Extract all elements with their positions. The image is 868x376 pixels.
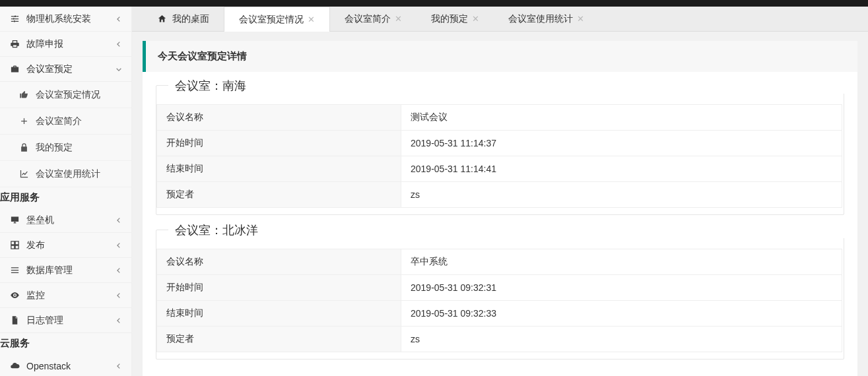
sub-nav-item-3[interactable]: 会议室使用统计	[0, 161, 131, 187]
nav-label: 数据库管理	[26, 265, 73, 276]
chevron-down-icon	[116, 66, 122, 73]
sub-nav-item-1[interactable]: 会议室简介	[0, 108, 131, 135]
row-key: 开始时间	[157, 275, 401, 301]
tab-label: 会议室简介	[345, 13, 391, 25]
nav-item-top-0[interactable]: 物理机系统安装	[0, 7, 131, 32]
table-row: 会议名称卒中系统	[157, 249, 842, 275]
section-title-apps: 应用服务	[0, 187, 131, 208]
sliders-icon	[9, 14, 20, 24]
row-key: 结束时间	[157, 301, 401, 327]
room-fieldset-0: 会议室：南海会议名称测试会议开始时间2019-05-31 11:14:37结束时…	[156, 85, 844, 215]
sub-nav-label: 我的预定	[36, 142, 73, 154]
row-value: 2019-05-31 09:32:33	[401, 301, 842, 327]
close-icon[interactable]: ✕	[577, 14, 584, 24]
row-key: 会议名称	[157, 249, 401, 275]
nav-item-apps-2[interactable]: 数据库管理	[0, 258, 131, 283]
sub-nav-label: 会议室使用统计	[36, 168, 100, 180]
row-key: 预定者	[157, 327, 401, 352]
nav-label: 日志管理	[26, 315, 63, 327]
room-table: 会议名称卒中系统开始时间2019-05-31 09:32:31结束时间2019-…	[156, 249, 842, 352]
row-value: 2019-05-31 09:32:31	[401, 275, 842, 301]
room-fieldset-1: 会议室：北冰洋会议名称卒中系统开始时间2019-05-31 09:32:31结束…	[156, 230, 844, 360]
content-area: 我的桌面会议室预定情况✕会议室简介✕我的预定✕会议室使用统计✕ 今天会议室预定详…	[132, 7, 868, 376]
row-key: 结束时间	[157, 156, 401, 182]
table-row: 开始时间2019-05-31 11:14:37	[157, 131, 842, 156]
nav-label: 监控	[26, 290, 45, 301]
row-value: 2019-05-31 11:14:37	[401, 131, 842, 156]
list-icon	[9, 265, 20, 275]
nav-label: 会议室预定	[26, 63, 73, 75]
nav-item-apps-1[interactable]: 发布	[0, 233, 131, 258]
table-row: 结束时间2019-05-31 11:14:41	[157, 156, 842, 182]
file-icon	[9, 315, 20, 325]
nav-label: 发布	[26, 239, 45, 251]
chart-icon	[18, 169, 29, 179]
topbar	[0, 0, 868, 7]
room-legend: 会议室：北冰洋	[168, 222, 855, 238]
nav-item-apps-0[interactable]: 堡垒机	[0, 208, 131, 233]
close-icon[interactable]: ✕	[395, 14, 402, 24]
nav-label: 堡垒机	[26, 214, 54, 226]
chevron-left-icon	[116, 292, 122, 299]
nav-item-top-1[interactable]: 故障申报	[0, 32, 131, 57]
thumbs-icon	[18, 90, 29, 100]
chevron-left-icon	[116, 217, 122, 224]
row-key: 预定者	[157, 182, 401, 208]
table-row: 预定者zs	[157, 327, 842, 352]
tab-0[interactable]: 我的桌面	[143, 7, 224, 32]
nav-item-apps-3[interactable]: 监控	[0, 283, 131, 308]
tab-2[interactable]: 会议室简介✕	[330, 7, 417, 32]
svg-point-2	[13, 18, 15, 20]
table-row: 结束时间2019-05-31 09:32:33	[157, 301, 842, 327]
briefcase-icon	[9, 64, 20, 74]
close-icon[interactable]: ✕	[472, 14, 479, 24]
table-row: 预定者zs	[157, 182, 842, 208]
cloud-icon	[9, 361, 20, 371]
chevron-left-icon	[116, 267, 122, 274]
tab-label: 我的预定	[431, 13, 468, 25]
sub-nav-label: 会议室预定情况	[36, 89, 100, 101]
page-body: 今天会议室预定详情会议室：南海会议名称测试会议开始时间2019-05-31 11…	[143, 41, 857, 376]
section-title-cloud: 云服务	[0, 333, 131, 354]
table-row: 开始时间2019-05-31 09:32:31	[157, 275, 842, 301]
nav-item-top-2[interactable]: 会议室预定	[0, 57, 131, 82]
tab-bar: 我的桌面会议室预定情况✕会议室简介✕我的预定✕会议室使用统计✕	[132, 7, 868, 32]
table-row: 会议名称测试会议	[157, 105, 842, 131]
sub-nav-item-2[interactable]: 我的预定	[0, 135, 131, 161]
chevron-left-icon	[116, 363, 122, 369]
sub-nav-label: 会议室简介	[36, 115, 82, 127]
chevron-left-icon	[116, 16, 122, 22]
chevron-left-icon	[116, 242, 122, 249]
row-value: zs	[401, 182, 842, 208]
row-key: 会议名称	[157, 105, 401, 131]
tab-1[interactable]: 会议室预定情况✕	[224, 7, 330, 32]
tab-label: 我的桌面	[172, 13, 209, 25]
row-value: 卒中系统	[401, 249, 842, 275]
tab-label: 会议室预定情况	[239, 14, 304, 26]
eye-icon	[9, 290, 20, 300]
chevron-left-icon	[116, 41, 122, 47]
row-key: 开始时间	[157, 131, 401, 156]
tab-label: 会议室使用统计	[508, 13, 573, 25]
nav-item-cloud-0[interactable]: Openstack	[0, 354, 131, 376]
page-header: 今天会议室预定详情	[143, 41, 857, 72]
nav-item-apps-4[interactable]: 日志管理	[0, 308, 131, 333]
room-legend: 会议室：南海	[168, 78, 855, 94]
row-value: zs	[401, 327, 842, 352]
svg-point-1	[14, 16, 16, 18]
grid-icon	[9, 240, 20, 250]
print-icon	[9, 39, 20, 49]
monitor-icon	[9, 215, 20, 225]
lock-icon	[18, 142, 29, 152]
tab-3[interactable]: 我的预定✕	[417, 7, 494, 32]
chevron-left-icon	[116, 317, 122, 324]
plus-icon	[18, 116, 29, 126]
sidebar: 物理机系统安装故障申报会议室预定会议室预定情况会议室简介我的预定会议室使用统计应…	[0, 7, 132, 376]
close-icon[interactable]: ✕	[308, 15, 315, 24]
tab-4[interactable]: 会议室使用统计✕	[494, 7, 599, 32]
sub-nav-item-0[interactable]: 会议室预定情况	[0, 82, 131, 108]
row-value: 测试会议	[401, 105, 842, 131]
row-value: 2019-05-31 11:14:41	[401, 156, 842, 182]
nav-label: 物理机系统安装	[26, 13, 91, 25]
svg-point-0	[13, 20, 15, 22]
